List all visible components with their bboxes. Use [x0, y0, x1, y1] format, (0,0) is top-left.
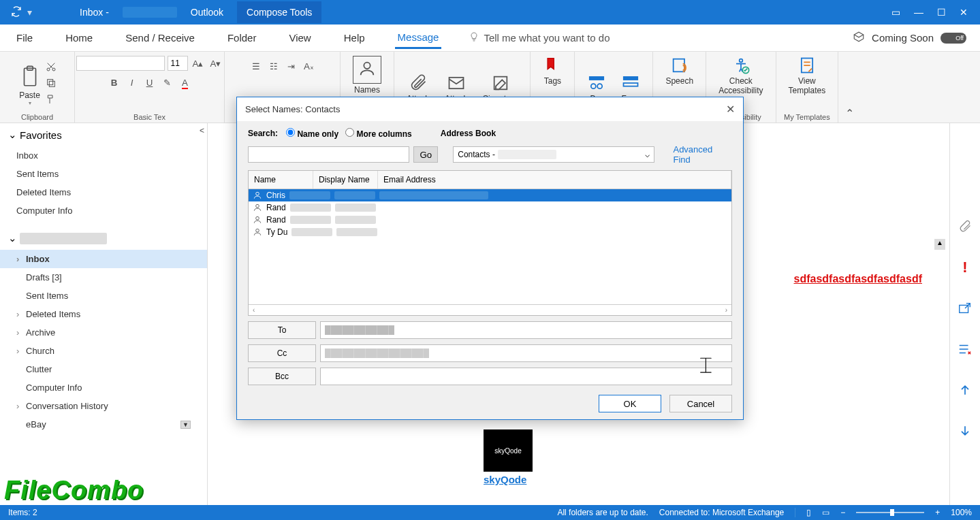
copy-icon[interactable] — [46, 78, 57, 91]
cc-button[interactable]: Cc — [248, 344, 316, 362]
qat-dropdown[interactable]: ▾ — [27, 7, 32, 18]
contact-row[interactable]: Ty Du — [249, 226, 731, 238]
folder-archive[interactable]: ›Archive — [0, 323, 207, 342]
col-name[interactable]: Name — [249, 171, 313, 189]
contact-row[interactable]: Rand — [249, 214, 731, 226]
favorites-header[interactable]: ⌄ Favorites — [0, 123, 207, 146]
to-input[interactable] — [320, 321, 732, 339]
menu-help[interactable]: Help — [341, 28, 368, 48]
font-family-input[interactable] — [76, 56, 165, 71]
paste-button[interactable]: Paste ▾ — [18, 63, 42, 106]
scroll-up-icon[interactable]: ▲ — [934, 239, 945, 250]
popout-icon[interactable] — [957, 300, 973, 316]
menu-message[interactable]: Message — [395, 27, 442, 49]
contact-row[interactable]: Rand — [249, 201, 731, 214]
radio-more-columns[interactable]: More columns — [345, 128, 412, 139]
folder-sent-account[interactable]: Sent Items — [0, 287, 207, 305]
menu-folder[interactable]: Folder — [225, 28, 259, 48]
move-up-icon[interactable] — [957, 382, 973, 398]
folder-inbox-account[interactable]: ›Inbox — [0, 250, 207, 268]
check-accessibility-button[interactable]: Check Accessibility — [713, 56, 768, 95]
view-templates-button[interactable]: View Templates — [783, 56, 832, 95]
account-header[interactable]: ⌄ x — [0, 227, 207, 250]
radio-name-only[interactable]: Name only — [286, 128, 338, 139]
zoom-in-icon[interactable]: + — [935, 508, 940, 517]
folder-computer-info[interactable]: Computer Info — [0, 201, 207, 220]
collapse-ribbon-icon[interactable]: ⌃ — [838, 104, 861, 123]
format-painter-icon[interactable] — [46, 94, 57, 108]
attachment-icon[interactable] — [957, 218, 973, 235]
ok-button[interactable]: OK — [599, 395, 661, 412]
menu-file[interactable]: File — [14, 28, 35, 48]
pane-collapse-icon[interactable]: < — [200, 126, 204, 135]
view-normal-icon[interactable]: ▯ — [806, 508, 811, 517]
col-email[interactable]: Email Address — [378, 171, 731, 189]
menu-send-receive[interactable]: Send / Receive — [123, 28, 197, 48]
menu-home[interactable]: Home — [63, 28, 95, 48]
folder-deleted[interactable]: Deleted Items — [0, 183, 207, 201]
italic-button[interactable]: I — [125, 75, 140, 90]
names-button[interactable]: Names — [347, 56, 387, 95]
menu-view[interactable]: View — [286, 28, 313, 48]
svg-rect-14 — [673, 59, 684, 72]
bcc-button[interactable]: Bcc — [248, 368, 316, 385]
scroll-right-icon[interactable]: › — [725, 306, 727, 314]
folder-ebay[interactable]: eBay ▼ — [0, 415, 207, 434]
col-display[interactable]: Display Name — [313, 171, 378, 189]
bcc-input[interactable] — [320, 368, 732, 385]
indent-icon[interactable]: ⇥ — [284, 59, 299, 74]
bullets-icon[interactable]: ☰ — [249, 59, 264, 74]
sync-icon[interactable] — [11, 6, 22, 19]
cc-input[interactable] — [320, 344, 732, 362]
go-button[interactable]: Go — [413, 146, 438, 163]
filecombo-watermark: FileCombo — [4, 476, 144, 505]
folder-deleted-account[interactable]: ›Deleted Items — [0, 305, 207, 323]
advanced-find-link[interactable]: Advanced Find — [673, 144, 732, 165]
highlight-icon[interactable]: ✎ — [160, 75, 175, 90]
move-down-icon[interactable] — [957, 423, 973, 439]
view-reading-icon[interactable]: ▭ — [822, 508, 829, 517]
tell-me-search[interactable]: Tell me what you want to do — [469, 31, 610, 44]
minimize-icon[interactable]: — — [914, 7, 923, 18]
close-icon[interactable]: ✕ — [960, 7, 968, 18]
folder-computer-info-account[interactable]: Computer Info — [0, 378, 207, 397]
folder-inbox[interactable]: Inbox — [0, 146, 207, 165]
dialog-close-icon[interactable]: ✕ — [726, 103, 735, 116]
grow-font-icon[interactable]: A▴ — [191, 56, 206, 71]
clear-format-icon[interactable]: Aₓ — [302, 59, 317, 74]
paste-dropdown-icon[interactable]: ▾ — [29, 100, 31, 106]
address-book-select[interactable]: Contacts - x — [453, 146, 654, 163]
numbering-icon[interactable]: ☷ — [266, 59, 281, 74]
folder-church[interactable]: ›Church — [0, 342, 207, 360]
speech-button[interactable]: Speech — [660, 56, 699, 86]
cut-icon[interactable] — [46, 61, 57, 75]
folder-clutter[interactable]: Clutter — [0, 360, 207, 378]
tags-button[interactable]: Tags — [537, 56, 567, 86]
status-items-count: Items: 2 — [8, 508, 37, 517]
folder-drafts[interactable]: Drafts [3] — [0, 268, 207, 287]
contacts-table: Name Display Name Email Address Chris Ra… — [248, 170, 732, 316]
zoom-out-icon[interactable]: − — [840, 508, 845, 517]
maximize-icon[interactable]: ☐ — [937, 7, 946, 18]
coming-soon-toggle[interactable]: Off — [941, 33, 966, 44]
basic-text-group-label: Basic Tex — [133, 113, 165, 121]
check-accessibility-label: Check Accessibility — [718, 76, 763, 95]
scroll-left-icon[interactable]: ‹ — [253, 306, 255, 314]
ribbon-display-icon[interactable]: ▭ — [891, 7, 900, 18]
underline-button[interactable]: U — [142, 75, 157, 90]
folder-sent[interactable]: Sent Items — [0, 165, 207, 183]
search-input[interactable] — [248, 146, 409, 163]
priority-high-icon[interactable]: ! — [957, 259, 973, 276]
folder-conversation-history[interactable]: ›Conversation History — [0, 397, 207, 415]
folder-scroll-down-icon[interactable]: ▼ — [180, 421, 191, 429]
font-size-input[interactable] — [168, 56, 188, 71]
shrink-font-icon[interactable]: A▾ — [208, 56, 223, 71]
contact-row[interactable]: Chris — [249, 189, 731, 201]
bold-button[interactable]: B — [107, 75, 122, 90]
font-color-icon[interactable]: A — [178, 75, 193, 90]
cancel-button[interactable]: Cancel — [669, 395, 732, 412]
zoom-slider[interactable] — [856, 512, 924, 513]
to-button[interactable]: To — [248, 321, 316, 339]
discard-icon[interactable] — [957, 341, 973, 357]
sender-link[interactable]: skyQode — [484, 474, 526, 485]
